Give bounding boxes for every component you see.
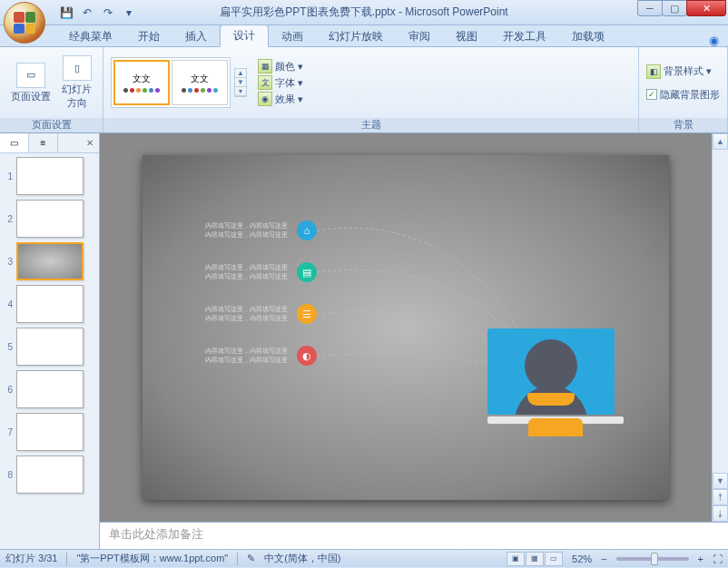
bullet-icon: ◐ (297, 346, 317, 366)
slideshow-view-button[interactable]: ▭ (545, 552, 563, 566)
status-bar: 幻灯片 3/31 "第一PPT模板网：www.1ppt.com" ✎ 中文(简体… (0, 549, 728, 567)
minimize-button[interactable]: ─ (637, 0, 663, 16)
thumbnails-list[interactable]: 12345678 (0, 153, 99, 549)
zoom-out-button[interactable]: − (601, 553, 606, 564)
tab-insert[interactable]: 插入 (172, 26, 220, 47)
template-source: "第一PPT模板网：www.1ppt.com" (76, 552, 228, 565)
thumbnail[interactable] (16, 157, 84, 195)
tab-review[interactable]: 审阅 (396, 26, 443, 47)
thumbnail[interactable] (16, 413, 84, 451)
thumbnail-number: 2 (4, 214, 13, 224)
quick-access-toolbar: 💾 ↶ ↷ ▾ (56, 0, 139, 24)
zoom-slider[interactable] (616, 557, 689, 561)
tab-home[interactable]: 开始 (125, 26, 172, 47)
view-buttons: ▣ ▦ ▭ (507, 552, 563, 566)
theme-effects-button[interactable]: ◉效果 ▾ (258, 91, 303, 107)
notes-pane[interactable]: 单击此处添加备注 (100, 522, 728, 549)
group-label: 背景 (639, 118, 727, 132)
window-controls: ─ ▢ ✕ (638, 0, 726, 16)
zoom-level[interactable]: 52% (572, 553, 592, 564)
qat-more-icon[interactable]: ▾ (119, 3, 139, 23)
office-button[interactable] (4, 2, 51, 49)
zoom-in-button[interactable]: + (698, 553, 703, 564)
title-bar: 💾 ↶ ↷ ▾ 扁平实用彩色PPT图表免费下载.pptx - Microsoft… (0, 0, 728, 25)
group-page-setup: ▭ 页面设置 ▯ 幻灯片 方向 页面设置 (0, 47, 103, 132)
bg-styles-button[interactable]: ◧背景样式 ▾ (646, 64, 720, 80)
page-setup-button[interactable]: ▭ 页面设置 (7, 61, 54, 105)
orientation-icon: ▯ (63, 55, 92, 81)
theme-item[interactable]: 文文 (172, 60, 228, 105)
vertical-scrollbar[interactable]: ▲ ▼ ⭱ ⭳ (712, 133, 728, 522)
tab-design[interactable]: 设计 (220, 24, 269, 47)
thumbnail-row[interactable]: 3 (4, 242, 95, 280)
maximize-button[interactable]: ▢ (662, 0, 687, 16)
thumbnail-row[interactable]: 4 (4, 285, 95, 323)
theme-colors-button[interactable]: ▦颜色 ▾ (258, 58, 303, 74)
thumbnail[interactable] (16, 200, 84, 238)
thumbnail[interactable] (16, 285, 84, 323)
tab-anim[interactable]: 动画 (269, 26, 316, 47)
panel-tab-slides[interactable]: ▭ (0, 133, 29, 152)
spellcheck-icon[interactable]: ✎ (247, 553, 255, 564)
close-button[interactable]: ✕ (686, 0, 726, 16)
scroll-up-icon[interactable]: ▲ (235, 69, 246, 78)
slides-panel: ▭ ≡ ✕ 12345678 (0, 133, 100, 549)
gallery-scroll[interactable]: ▲ ▼ ▾ (234, 68, 247, 97)
thumbnail[interactable] (16, 328, 84, 366)
thumbnail-row[interactable]: 5 (4, 328, 95, 366)
tab-view[interactable]: 视图 (443, 26, 490, 47)
thumbnail[interactable] (16, 242, 84, 280)
scroll-up-icon[interactable]: ▲ (713, 133, 728, 150)
gallery-more-icon[interactable]: ▾ (235, 87, 246, 96)
thumbnail-row[interactable]: 2 (4, 200, 95, 238)
tab-dev[interactable]: 开发工具 (490, 26, 559, 47)
theme-fonts-button[interactable]: 文字体 ▾ (258, 74, 303, 91)
slide-canvas-area[interactable]: 内容填写这里，内容填写这里 内容填写这里，内容填写这里⌂内容填写这里，内容填写这… (100, 133, 712, 522)
bullet-row: 内容填写这里，内容填写这里 内容填写这里，内容填写这里◐ (188, 346, 317, 366)
fonts-icon: 文 (258, 75, 272, 90)
slide-canvas[interactable]: 内容填写这里，内容填写这里 内容填写这里，内容填写这里⌂内容填写这里，内容填写这… (143, 155, 669, 500)
tab-classic[interactable]: 经典菜单 (56, 26, 125, 47)
theme-item[interactable]: 文文 (113, 60, 170, 105)
orientation-button[interactable]: ▯ 幻灯片 方向 (58, 54, 95, 112)
thumbnail[interactable] (16, 370, 84, 408)
thumbnail-number: 3 (4, 257, 13, 267)
page-setup-icon: ▭ (16, 63, 45, 88)
undo-icon[interactable]: ↶ (77, 3, 97, 23)
bullet-row: 内容填写这里，内容填写这里 内容填写这里，内容填写这里☰ (188, 304, 317, 324)
bullet-text: 内容填写这里，内容填写这里 内容填写这里，内容填写这里 (188, 305, 288, 323)
theme-gallery[interactable]: 文文 文文 (111, 57, 231, 108)
thumbnail-row[interactable]: 1 (4, 157, 95, 195)
bullet-icon: ⌂ (297, 220, 317, 240)
colors-icon: ▦ (258, 59, 272, 73)
panel-tab-outline[interactable]: ≡ (29, 133, 58, 152)
group-themes: 文文 文文 ▲ ▼ ▾ ▦颜色 ▾ 文字体 ▾ ◉效果 ▾ 主题 (103, 47, 639, 132)
fit-window-button[interactable]: ⛶ (713, 553, 723, 564)
tab-addin[interactable]: 加载项 (559, 26, 617, 47)
next-slide-icon[interactable]: ⭳ (713, 505, 728, 522)
scroll-down-icon[interactable]: ▼ (235, 78, 246, 87)
bullet-text: 内容填写这里，内容填写这里 内容填写这里，内容填写这里 (188, 347, 288, 365)
thumbnail-row[interactable]: 8 (4, 455, 95, 494)
thumbnail-row[interactable]: 7 (4, 413, 95, 451)
scroll-down-icon[interactable]: ▼ (713, 473, 728, 489)
monitor-graphic (487, 328, 624, 436)
normal-view-button[interactable]: ▣ (507, 552, 525, 566)
connector-curves (143, 155, 669, 500)
thumbnail-number: 8 (4, 470, 13, 480)
thumbnail[interactable] (16, 455, 84, 494)
save-icon[interactable]: 💾 (56, 3, 76, 23)
help-icon[interactable]: ◉ (709, 34, 719, 47)
panel-close-icon[interactable]: ✕ (81, 133, 99, 152)
tab-slideshow[interactable]: 幻灯片放映 (316, 26, 396, 47)
window-title: 扁平实用彩色PPT图表免费下载.pptx - Microsoft PowerPo… (220, 5, 507, 20)
thumbnail-row[interactable]: 6 (4, 370, 95, 408)
hide-bg-graphics-checkbox[interactable]: ✓隐藏背景图形 (646, 87, 720, 103)
ribbon: ▭ 页面设置 ▯ 幻灯片 方向 页面设置 文文 文文 (0, 46, 728, 133)
sorter-view-button[interactable]: ▦ (526, 552, 544, 566)
panel-tabs: ▭ ≡ ✕ (0, 133, 99, 153)
redo-icon[interactable]: ↷ (98, 3, 118, 23)
language-indicator[interactable]: 中文(简体，中国) (264, 552, 340, 565)
prev-slide-icon[interactable]: ⭱ (713, 489, 728, 505)
effects-icon: ◉ (258, 92, 272, 106)
